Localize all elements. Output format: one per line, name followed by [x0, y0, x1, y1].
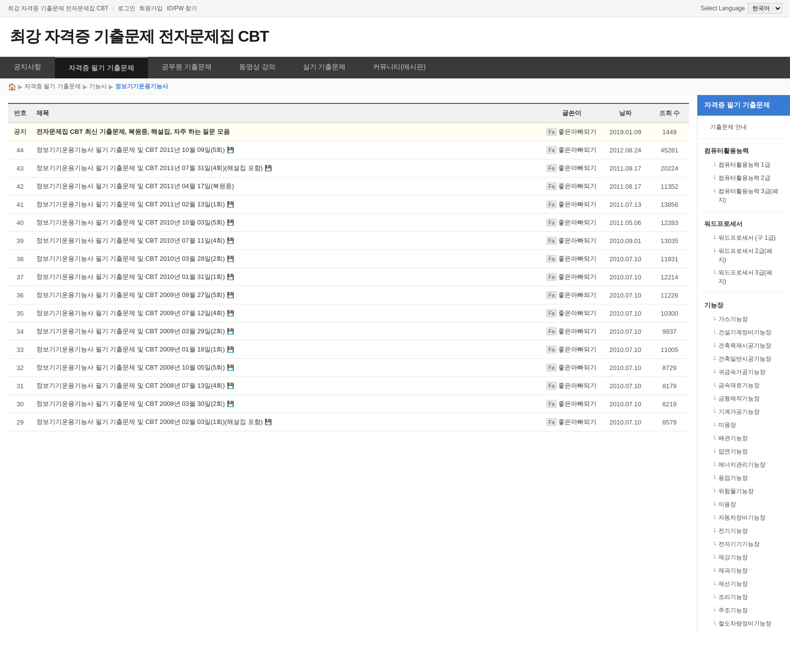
post-title-link[interactable]: 정보기기운용기능사 필기 기출문제 및 CBT 2008년 03월 30일(2회…	[36, 400, 225, 407]
top-bar-right: Select Language 한국어 English	[701, 3, 782, 14]
sidebar-item-ginongjang-23[interactable]: └철도차량정비기능장	[708, 617, 783, 630]
sidebar-item-label: 기계가공기능장	[718, 407, 760, 416]
file-attachment-icon: 💾	[227, 382, 234, 389]
post-title-link[interactable]: 정보기기운용기능사 필기 기출문제 및 CBT 2010년 07월 11일(4회…	[36, 237, 225, 244]
file-attachment-icon: 💾	[265, 165, 272, 172]
post-title-link[interactable]: 정보기기운용기능사 필기 기출문제 및 CBT 2011년 02월 13일(1회…	[36, 200, 225, 208]
sidebar-item-ginongjang-16[interactable]: └전기기능장	[708, 524, 783, 538]
post-title-link[interactable]: 정보기기운용기능사 필기 기출문제 및 CBT 2008년 10월 05일(5회…	[36, 364, 225, 371]
cell-num: 33	[8, 341, 32, 359]
sidebar-item-ginongjang-11[interactable]: └에너지관리기능장	[708, 458, 783, 472]
author-name: 좋은아빠되기	[558, 400, 596, 407]
author-badge: Fa	[546, 418, 557, 426]
sidebar-item-label: 전자기기기능장	[718, 540, 760, 548]
sidebar-item-word1[interactable]: └워드프로세서 (구 1급)	[708, 231, 783, 245]
home-icon[interactable]: 🏠	[8, 83, 16, 91]
table-row: 41정보기기운용기능사 필기 기출문제 및 CBT 2011년 02월 13일(…	[8, 196, 689, 214]
cell-views: 9937	[650, 323, 689, 341]
sidebar-item-ginongjang-22[interactable]: └주조기능장	[708, 604, 783, 617]
breadcrumb: 🏠 ▶ 자격증 필기 기출문제 ▶ 기능사 ▶ 정보기기운용기능사	[0, 78, 790, 95]
post-title-link[interactable]: 정보기기운용기능사 필기 기출문제 및 CBT 2009년 01월 18일(1회…	[36, 346, 225, 353]
sidebar-item-ginongjang-4[interactable]: └귀금속가공기능장	[708, 366, 783, 379]
post-title-link[interactable]: 정보기기운용기능사 필기 기출문제 및 CBT 2010년 10월 03일(5회…	[36, 219, 225, 226]
nav-item-civil-exam[interactable]: 공무원 기출문제	[148, 57, 225, 78]
post-title-link[interactable]: 전자문제집 CBT 최신 기출문제, 복원중, 해설집, 자주 하는 질문 모음	[36, 128, 230, 135]
sidebar-item-ginongjang-10[interactable]: └압연기능장	[708, 445, 783, 458]
table-row: 38정보기기운용기능사 필기 기출문제 및 CBT 2010년 03월 28일(…	[8, 250, 689, 268]
breadcrumb-sep3: ▶	[109, 83, 113, 90]
nav-item-community[interactable]: 커뮤니티(에시판)	[359, 57, 439, 78]
table-row: 31정보기기운용기능사 필기 기출문제 및 CBT 2008년 07월 13일(…	[8, 377, 689, 395]
sidebar-item-ginongjang-12[interactable]: └용접기능장	[708, 472, 783, 485]
sidebar-item-ginongjang-8[interactable]: └미용장	[708, 419, 783, 432]
sidebar-item-ginongjang-1[interactable]: └건설기계정비기능장	[708, 326, 783, 339]
nav-item-video-lecture[interactable]: 동영상 강의	[225, 57, 289, 78]
breadcrumb-level1[interactable]: 자격증 필기 기출문제	[25, 82, 81, 91]
bullet-icon: └	[712, 355, 716, 364]
post-title-link[interactable]: 정보기기운용기능사 필기 기출문제 및 CBT 2009년 09월 27일(5회…	[36, 291, 225, 299]
cell-date: 2011.08.17	[601, 177, 650, 196]
cell-views: 45281	[650, 141, 689, 159]
file-attachment-icon: 💾	[227, 328, 234, 335]
post-title-link[interactable]: 정보기기운용기능사 필기 기출문제 및 CBT 2011년 04월 17일(복원…	[36, 182, 234, 190]
sidebar-item-ginongjang-9[interactable]: └배관기능장	[708, 432, 783, 445]
nav-item-practical-exam[interactable]: 실기 기출문제	[289, 57, 360, 78]
sidebar-item-ginongjang-0[interactable]: └가스기능장	[708, 313, 783, 326]
sidebar-item-guide[interactable]: 기출문제 안내	[704, 121, 783, 133]
find-id-link[interactable]: ID/PW 찾기	[167, 4, 197, 13]
sidebar-item-label: 주조기능장	[718, 606, 748, 615]
post-title-link[interactable]: 정보기기운용기능사 필기 기출문제 및 CBT 2008년 02월 03일(1회…	[36, 418, 263, 425]
cell-title: 정보기기운용기능사 필기 기출문제 및 CBT 2011년 07월 31일(4회…	[32, 159, 542, 177]
sidebar-item-ginongjang-3[interactable]: └건축일반시공기능장	[708, 352, 783, 366]
bullet-icon: └	[712, 315, 716, 324]
sidebar-item-label: 철도차량정비기능장	[718, 619, 771, 628]
post-title-link[interactable]: 정보기기운용기능사 필기 기출문제 및 CBT 2010년 01월 31일(1회…	[36, 273, 225, 280]
sidebar-item-ginongjang-19[interactable]: └제과기능장	[708, 564, 783, 577]
cell-title: 정보기기운용기능사 필기 기출문제 및 CBT 2009년 07월 12일(4회…	[32, 304, 542, 323]
table-row: 36정보기기운용기능사 필기 기출문제 및 CBT 2009년 09월 27일(…	[8, 286, 689, 304]
sidebar-item-computer3[interactable]: └컴퓨터활용능력 3급(페지)	[708, 185, 783, 206]
sidebar-item-ginongjang-20[interactable]: └제선기능장	[708, 577, 783, 591]
sidebar-item-ginongjang-14[interactable]: └이용장	[708, 498, 783, 511]
sidebar-item-computer1[interactable]: └컴퓨터활용능력 1급	[708, 158, 783, 172]
breadcrumb-sep2: ▶	[83, 83, 87, 90]
sidebar-item-ginongjang-5[interactable]: └금속재료기능장	[708, 379, 783, 392]
sidebar-item-computer2[interactable]: └컴퓨터활용능력 2급	[708, 172, 783, 185]
login-link[interactable]: 로그인	[118, 4, 135, 13]
sidebar-item-ginongjang-7[interactable]: └기계가공기능장	[708, 405, 783, 419]
cell-date: 2011.05.06	[601, 214, 650, 232]
sidebar-item-ginongjang-18[interactable]: └제강기능장	[708, 551, 783, 564]
cell-author: Fa좋은아빠되기	[542, 214, 601, 232]
sidebar-item-ginongjang-13[interactable]: └위험물기능장	[708, 485, 783, 498]
author-name: 좋은아빠되기	[558, 273, 596, 280]
cell-num: 34	[8, 323, 32, 341]
nav-item-written-exam[interactable]: 자격증 필기 기출문제	[55, 57, 148, 78]
sidebar-item-ginongjang-6[interactable]: └금형제작기능장	[708, 392, 783, 405]
post-title-link[interactable]: 정보기기운용기능사 필기 기출문제 및 CBT 2011년 07월 31일(4회…	[36, 164, 263, 172]
post-title-link[interactable]: 정보기기운용기능사 필기 기출문제 및 CBT 2009년 03월 29일(2회…	[36, 327, 225, 335]
sidebar-item-word2[interactable]: └워드프로세서 2급(페지)	[708, 245, 783, 266]
sidebar-item-ginongjang-15[interactable]: └자동차정비기능장	[708, 511, 783, 524]
sidebar-subsection-computer: └컴퓨터활용능력 1급 └컴퓨터활용능력 2급 └컴퓨터활용능력 3급(페지)	[708, 158, 783, 206]
post-title-link[interactable]: 정보기기운용기능사 필기 기출문제 및 CBT 2008년 07월 13일(4회…	[36, 382, 225, 389]
cell-author: Fa좋은아빠되기	[542, 377, 601, 395]
breadcrumb-level2[interactable]: 기능사	[89, 82, 107, 91]
author-name: 좋은아빠되기	[558, 255, 596, 262]
sidebar-item-ginongjang-2[interactable]: └건축목재시공기능장	[708, 339, 783, 352]
author-badge: Fa	[546, 291, 557, 299]
language-select[interactable]: 한국어 English	[748, 3, 782, 14]
cell-title: 정보기기운용기능사 필기 기출문제 및 CBT 2008년 07월 13일(4회…	[32, 377, 542, 395]
post-title-link[interactable]: 정보기기운용기능사 필기 기출문제 및 CBT 2010년 03월 28일(2회…	[36, 255, 225, 262]
author-badge: Fa	[546, 327, 557, 335]
cell-views: 10300	[650, 304, 689, 323]
sidebar-item-ginongjang-17[interactable]: └전자기기기능장	[708, 538, 783, 551]
sidebar-item-ginongjang-21[interactable]: └조리기능장	[708, 591, 783, 604]
sidebar-item-word3[interactable]: └워드프로세서 3급(페지)	[708, 266, 783, 288]
nav-item-notice[interactable]: 공지사항	[0, 57, 55, 78]
table-row: 공지전자문제집 CBT 최신 기출문제, 복원중, 해설집, 자주 하는 질문 …	[8, 123, 689, 141]
post-title-link[interactable]: 정보기기운용기능사 필기 기출문제 및 CBT 2009년 07월 12일(4회…	[36, 309, 225, 317]
register-link[interactable]: 회원가입	[139, 4, 163, 13]
bullet-icon: └	[712, 408, 716, 417]
cell-author: Fa좋은아빠되기	[542, 286, 601, 304]
post-title-link[interactable]: 정보기기운용기능사 필기 기출문제 및 CBT 2011년 10월 09일(5회…	[36, 146, 225, 153]
